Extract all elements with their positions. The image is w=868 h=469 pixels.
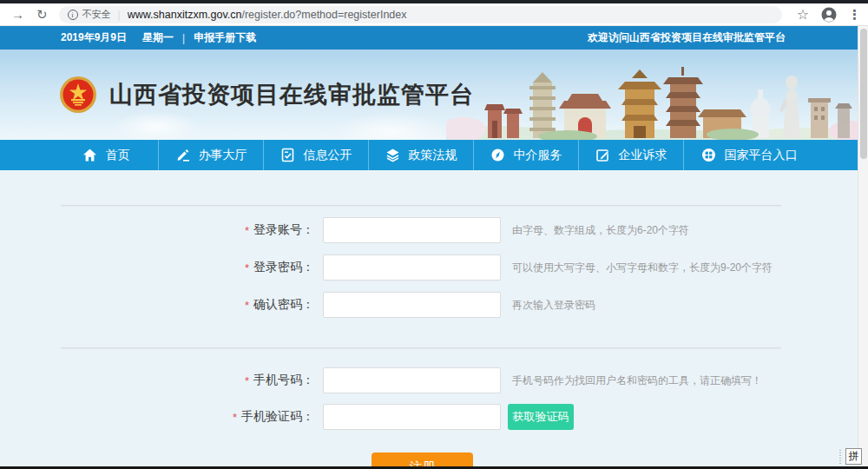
address-bar[interactable]: i 不安全 | www.shanxitzxm.gov.cn/register.d…: [59, 6, 782, 23]
home-icon: [82, 148, 97, 162]
nav-label: 中介服务: [514, 148, 562, 163]
form-row-sms-code: *手机验证码： 获取验证码: [0, 404, 868, 430]
nav-item-intermediary[interactable]: 中介服务: [473, 140, 578, 170]
field-label: *手机验证码：: [0, 409, 314, 425]
field-label: *确认密码：: [0, 297, 314, 313]
nav-item-service-hall[interactable]: 办事大厅: [158, 140, 263, 170]
form-row-account: *登录账号： 由字母、数字组成，长度为6-20个字符: [0, 217, 868, 243]
nav-item-home[interactable]: 首页: [54, 140, 158, 170]
field-hint: 再次输入登录密码: [512, 298, 595, 313]
required-mark: *: [245, 224, 249, 237]
security-status[interactable]: i 不安全: [68, 8, 111, 21]
scrollbar[interactable]: [858, 26, 868, 466]
required-mark: *: [245, 299, 249, 312]
nav-item-national-platform[interactable]: 国家平台入口: [683, 140, 814, 170]
city-skyline-illustration: [446, 60, 863, 140]
field-hint: 可以使用大写字母、小写字母和数字，长度为9-20个字符: [512, 261, 773, 275]
weekday-text: 星期一: [142, 30, 174, 45]
ime-indicator[interactable]: 拼: [839, 448, 862, 465]
browser-toolbar: → ↻ i 不安全 | www.shanxitzxm.gov.cn/regist…: [0, 3, 868, 26]
profile-avatar-icon[interactable]: [821, 7, 837, 23]
browser-menu-icon[interactable]: ⋮: [848, 7, 861, 23]
topbar-separator: |: [182, 32, 185, 44]
site-topbar: 2019年9月9日 星期一 | 申报手册下载 欢迎访问山西省投资项目在线审批监管…: [0, 26, 868, 50]
site-header: 山西省投资项目在线审批监管平台: [0, 50, 868, 140]
divider: [61, 347, 781, 348]
get-code-button[interactable]: 获取验证码: [508, 404, 574, 430]
date-text: 2019年9月9日: [61, 30, 127, 45]
required-mark: *: [245, 261, 249, 274]
layers-icon: [385, 148, 400, 162]
nav-item-policies[interactable]: 政策法规: [368, 140, 473, 170]
welcome-text: 欢迎访问山西省投资项目在线审批监管平台: [588, 30, 786, 45]
reload-icon[interactable]: ↻: [36, 8, 48, 21]
nav-item-info-disclosure[interactable]: 信息公开: [263, 140, 368, 170]
site-title: 山西省投资项目在线审批监管平台: [109, 79, 474, 110]
ime-mode-label[interactable]: 拼: [845, 448, 862, 465]
document-check-icon: [280, 148, 295, 162]
sms-code-input[interactable]: [323, 404, 501, 430]
forward-icon[interactable]: →: [11, 8, 24, 21]
manual-download-link[interactable]: 申报手册下载: [194, 30, 256, 45]
url-path: /register.do?method=registerIndex: [241, 9, 406, 21]
account-input[interactable]: [323, 217, 501, 243]
compass-icon: [490, 148, 505, 162]
national-emblem-logo: [59, 76, 97, 114]
url-text[interactable]: www.shanxitzxm.gov.cn/register.do?method…: [128, 9, 407, 21]
form-row-password: *登录密码： 可以使用大写字母、小写字母和数字，长度为9-20个字符: [0, 254, 868, 281]
url-domain: www.shanxitzxm.gov.cn: [128, 9, 242, 21]
bookmark-star-icon[interactable]: ☆: [797, 8, 809, 22]
required-mark: *: [245, 374, 249, 387]
main-nav: 首页 办事大厅 信息公开 政策法规 中介服务: [0, 140, 868, 170]
form-row-confirm-password: *确认密码： 再次输入登录密码: [0, 292, 868, 318]
field-label: *登录密码：: [0, 260, 314, 275]
address-separator: |: [118, 9, 121, 21]
nav-label: 国家平台入口: [725, 148, 798, 163]
security-label: 不安全: [82, 8, 111, 21]
field-hint: 由字母、数字组成，长度为6-20个字符: [512, 223, 689, 238]
confirm-password-input[interactable]: [323, 292, 501, 318]
grid-circle-icon: [701, 148, 716, 162]
ime-drag-handle[interactable]: [839, 450, 844, 464]
nav-label: 信息公开: [304, 148, 352, 163]
form-row-phone: *手机号码： 手机号码作为找回用户名和密码的工具，请正确填写！: [0, 367, 868, 393]
required-mark: *: [233, 411, 237, 424]
divider: [61, 205, 781, 206]
nav-item-enterprise-appeal[interactable]: 企业诉求: [578, 140, 683, 170]
field-label: *登录账号：: [0, 222, 314, 238]
field-label: *手机号码：: [0, 373, 314, 388]
phone-input[interactable]: [323, 367, 501, 393]
browser-window: → ↻ i 不安全 | www.shanxitzxm.gov.cn/regist…: [0, 0, 868, 469]
scrollbar-thumb[interactable]: [860, 29, 867, 159]
nav-label: 办事大厅: [199, 148, 247, 163]
edit-square-icon: [595, 148, 610, 162]
nav-label: 首页: [106, 148, 130, 163]
register-form-area: *登录账号： 由字母、数字组成，长度为6-20个字符 *登录密码： 可以使用大写…: [0, 170, 868, 466]
nav-label: 政策法规: [409, 148, 457, 163]
nav-label: 企业诉求: [619, 148, 667, 163]
password-input[interactable]: [323, 254, 501, 281]
info-icon: i: [68, 10, 78, 20]
field-hint: 手机号码作为找回用户名和密码的工具，请正确填写！: [512, 373, 762, 388]
pen-icon: [175, 148, 190, 162]
